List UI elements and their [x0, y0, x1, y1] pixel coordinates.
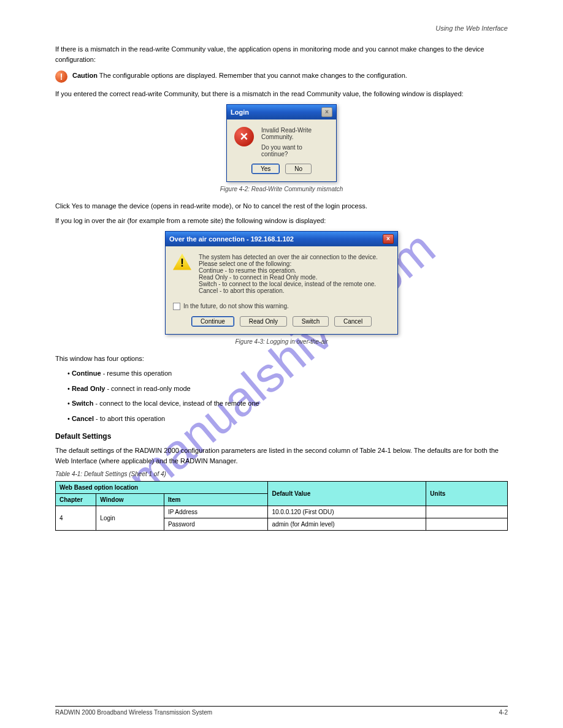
paragraph: If you entered the correct read-write Co… [55, 89, 508, 99]
cell: 4 [56, 506, 96, 531]
table-row: 4 Login IP Address 10.0.0.120 (First ODU… [56, 506, 508, 518]
option-label: Cancel [72, 415, 94, 422]
ota-dialog: Over the air connection - 192.168.1.102 … [165, 231, 398, 335]
option-text: - connect to the local device, instead o… [93, 400, 259, 407]
option-label: Switch [72, 400, 93, 407]
cell: Login [96, 506, 164, 531]
table-header-row: Web Based option location Default Value … [56, 482, 508, 494]
page-footer: RADWIN 2000 Broadband Wireless Transmiss… [55, 706, 508, 716]
figure-caption: Figure 4-3: Logging in over-the-air [55, 338, 508, 345]
paragraph: The default settings of the RADWIN 2000 … [55, 446, 508, 466]
footer-right: 4-2 [499, 709, 508, 716]
dialog-title: Login [231, 108, 249, 116]
cell: 10.0.0.120 (First ODU) [268, 506, 426, 518]
no-button[interactable]: No [285, 164, 312, 174]
option-label: Continue [72, 370, 101, 377]
col-header: Item [164, 494, 268, 506]
error-icon: × [234, 127, 254, 146]
col-header: Window [96, 494, 164, 506]
caution-icon: ! [55, 70, 67, 83]
close-icon[interactable]: × [383, 234, 394, 244]
warning-icon: ! [173, 254, 191, 270]
col-header: Chapter [56, 494, 96, 506]
checkbox-label: In the future, do not show this warning. [183, 303, 289, 309]
continue-button[interactable]: Continue [191, 316, 234, 327]
footer-left: RADWIN 2000 Broadband Wireless Transmiss… [55, 709, 212, 716]
paragraph: If there is a mismatch in the read-write… [55, 44, 508, 64]
col-header: Units [426, 482, 508, 506]
close-icon[interactable]: × [321, 107, 332, 117]
paragraph: This window has four options: [55, 354, 508, 364]
dialog-message: Switch - to connect to the local device,… [199, 281, 378, 287]
page-header-breadcrumb: Using the Web Interface [55, 25, 508, 32]
paragraph: If you log in over the air (for example … [55, 216, 508, 226]
option-text: - resume this operation [101, 370, 172, 377]
dialog-message: Invalid Read-Write Community. [261, 127, 329, 140]
dialog-message: Do you want to continue? [261, 144, 329, 157]
option-text: - to abort this operation [94, 415, 165, 422]
dialog-title: Over the air connection - 192.168.1.102 [169, 235, 294, 243]
table-caption: Table 4-1: Default Settings (Sheet 1 of … [55, 471, 508, 477]
section-heading: Default Settings [55, 432, 508, 441]
dialog-message: Please select one of the following: [199, 260, 378, 267]
cell [426, 506, 508, 518]
dialog-message: Continue - to resume this operation. [199, 267, 378, 274]
dialog-message: Read Only - to connect in Read Only mode… [199, 274, 378, 281]
col-header: Web Based option location [56, 482, 268, 494]
col-header: Default Value [268, 482, 426, 506]
defaults-table: Web Based option location Default Value … [55, 481, 508, 531]
dialog-message: The system has detected an over the air … [199, 254, 378, 260]
switch-button[interactable]: Switch [293, 316, 329, 327]
readonly-button[interactable]: Read Only [240, 316, 287, 327]
figure-caption: Figure 4-2: Read-Write Community mismatc… [55, 186, 508, 192]
dont-show-checkbox[interactable] [173, 303, 180, 310]
cell: admin (for Admin level) [268, 518, 426, 531]
option-label: Read Only [72, 385, 105, 392]
yes-button[interactable]: Yes [251, 164, 280, 174]
option-text: - connect in read-only mode [105, 385, 190, 392]
cancel-button[interactable]: Cancel [334, 316, 372, 327]
paragraph: Click Yes to manage the device (opens in… [55, 201, 508, 211]
cell [426, 518, 508, 531]
cell: Password [164, 518, 268, 531]
caution-text: Caution The configurable options are dis… [72, 70, 407, 81]
dialog-message: Cancel - to abort this operation. [199, 287, 378, 294]
cell: IP Address [164, 506, 268, 518]
login-dialog: Login × × Invalid Read-Write Community. … [226, 104, 337, 182]
